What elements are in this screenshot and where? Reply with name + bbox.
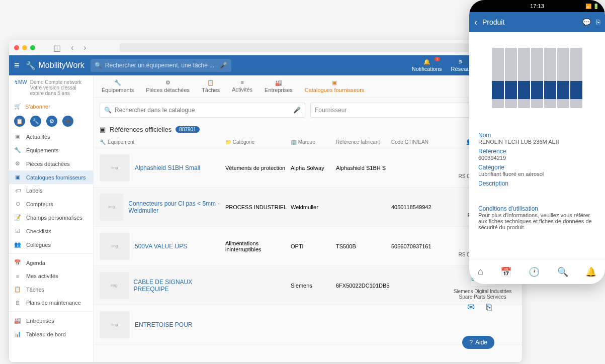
notifications-menu[interactable]: 🔔 1 Notifications xyxy=(412,59,442,72)
help-button[interactable]: ? Aide xyxy=(462,336,494,349)
table-row[interactable]: imgAlphashield S1BH Small Vêtements de p… xyxy=(94,148,522,188)
nav-forward-icon[interactable]: › xyxy=(83,43,86,53)
sidebar-item-fields[interactable]: 📝Champs personnalisés xyxy=(9,211,93,224)
sidebar-item-plans[interactable]: 🗓Plans de maintenance xyxy=(9,296,93,309)
dashboard-icon: 📊 xyxy=(14,331,21,337)
sidebar-item-companies[interactable]: 🏭Entreprises xyxy=(9,314,93,327)
product-image xyxy=(472,35,602,121)
section-title: ▣ Références officielles 887901 xyxy=(94,123,522,136)
tab-tasks[interactable]: 📋Tâches xyxy=(202,79,220,93)
search-input[interactable] xyxy=(105,62,217,69)
quick-bubble-1[interactable]: 📋 xyxy=(14,116,25,127)
table-row[interactable]: imgCABLE DE SIGNAUX PREEQUIPE Siemens 6F… xyxy=(94,266,522,305)
address-bar[interactable] xyxy=(120,43,487,52)
floating-actions: ✉ ⎘ xyxy=(464,301,495,314)
bell-icon[interactable]: 🔔 xyxy=(585,266,596,278)
search-icon[interactable]: 🔍 xyxy=(557,266,568,278)
eq-col-icon: 🔧 xyxy=(100,139,106,145)
calendar-icon[interactable]: 📅 xyxy=(500,266,511,278)
news-icon: ▣ xyxy=(14,133,21,140)
parts-tab-icon: ⚙ xyxy=(165,79,170,86)
copy-icon[interactable]: ⎘ xyxy=(482,301,495,314)
main-search[interactable]: 🔍 🎤 xyxy=(91,59,231,72)
help-icon: ? xyxy=(469,339,473,346)
minimize-window-icon[interactable] xyxy=(22,45,27,50)
desktop-app-window: ◫ ‹ › ≡ 🔧 MobilityWork 🔍 🎤 🔔 1 Notificat… xyxy=(9,40,522,362)
menu-icon[interactable]: ≡ xyxy=(14,60,20,71)
mobile-title: Produit xyxy=(482,18,577,26)
sidebar-item-dashboard[interactable]: 📊Tableau de bord xyxy=(9,327,93,341)
tab-catalogs[interactable]: ▣Catalogues fournisseurs xyxy=(305,79,365,93)
tab-parts[interactable]: ⚙Pièces détachées xyxy=(146,79,190,93)
quick-bubble-3[interactable]: ⚙ xyxy=(46,116,57,127)
network-icon: ⚞ xyxy=(458,59,463,65)
table-row[interactable]: imgConnecteurs pour CI pas < 5mm - Weidm… xyxy=(94,188,522,227)
tasks-tab-icon: 📋 xyxy=(207,79,214,86)
cat-label: Catégorie xyxy=(478,164,596,171)
sidebar-item-news[interactable]: ▣Actualités xyxy=(9,130,93,143)
subscribe-link[interactable]: 🛒 S'abonner xyxy=(9,100,93,113)
sidebar-item-activities[interactable]: ≡Mes activités xyxy=(9,269,93,283)
catalog-search-box[interactable]: 🔍 🎤 xyxy=(100,103,305,118)
table-row[interactable]: img500VA VALUE UPS Alimentations ininter… xyxy=(94,227,522,266)
table-row[interactable]: imgENTRETOISE POUR xyxy=(94,305,522,344)
product-thumb: img xyxy=(100,233,130,260)
sidebar-item-checklists[interactable]: ☑Checklists xyxy=(9,224,93,238)
mic-icon[interactable]: 🎤 xyxy=(220,62,227,69)
product-thumb: img xyxy=(100,194,123,221)
sidebar-item-agenda[interactable]: 📅Agenda xyxy=(9,256,93,269)
counter-icon: ⊙ xyxy=(14,201,21,207)
maximize-window-icon[interactable] xyxy=(30,45,35,50)
network-menu[interactable]: ⚞ Réseau xyxy=(451,59,470,72)
name-label: Nom xyxy=(478,132,596,139)
quick-action-bubbles: 📋 🔧 ⚙ ➕ xyxy=(9,113,93,130)
name-value: RENOLIN TECH LUB 236M AER xyxy=(478,139,596,145)
catalog-search-input[interactable] xyxy=(115,107,290,114)
catalogs-tab-icon: ▣ xyxy=(332,79,337,86)
product-thumb: img xyxy=(100,154,130,181)
product-name[interactable]: Connecteurs pour CI pas < 5mm - Weidmull… xyxy=(128,200,225,214)
product-name[interactable]: Alphashield S1BH Small xyxy=(135,164,200,171)
row-ref: 6FX50022DC101DB5 xyxy=(336,283,391,289)
row-ref: TS500B xyxy=(336,243,391,249)
desc-label: Description xyxy=(478,180,596,187)
product-name[interactable]: CABLE DE SIGNAUX PREEQUIPE xyxy=(134,279,225,293)
close-window-icon[interactable] xyxy=(14,45,19,50)
copy-icon[interactable]: ⎘ xyxy=(596,18,600,26)
sidebar-item-tasks[interactable]: 📋Tâches xyxy=(9,283,93,296)
tab-equipment[interactable]: 🔧Équipements xyxy=(102,79,134,93)
sidebar-item-counters[interactable]: ⊙Compteurs xyxy=(9,197,93,211)
product-name[interactable]: ENTRETOISE POUR xyxy=(135,321,192,328)
sidebar-item-equipment[interactable]: 🔧Équipements xyxy=(9,143,93,157)
quick-bubble-4[interactable]: ➕ xyxy=(62,116,73,127)
back-icon[interactable]: ‹ xyxy=(474,17,477,28)
sidebar-item-labels[interactable]: 🏷Labels xyxy=(9,184,93,197)
sidebar-item-catalogs[interactable]: ▣Catalogues fournisseurs xyxy=(9,170,93,184)
main-tabs: 🔧Équipements ⚙Pièces détachées 📋Tâches ≡… xyxy=(94,75,522,98)
list-icon: ▣ xyxy=(100,126,106,133)
sidebar-item-colleagues[interactable]: 👥Collègues xyxy=(9,238,93,251)
tab-companies[interactable]: 🏭Entreprises xyxy=(265,79,293,93)
home-icon[interactable]: ⌂ xyxy=(478,266,483,277)
product-info-card: Nom RENOLIN TECH LUB 236M AER Référence … xyxy=(472,124,602,194)
notif-badge: 1 xyxy=(435,57,440,61)
row-brand: Alpha Solway xyxy=(291,165,336,171)
chat-icon[interactable]: 💬 xyxy=(582,18,591,26)
mobile-statusbar: 17:13 📶 🔋 xyxy=(469,0,605,12)
nav-back-icon[interactable]: ‹ xyxy=(71,43,73,53)
ref-label: Référence xyxy=(478,148,596,155)
app-logo[interactable]: 🔧 MobilityWork xyxy=(26,61,84,70)
product-name[interactable]: 500VA VALUE UPS xyxy=(135,243,187,250)
sidebar-item-parts[interactable]: ⚙Pièces détachées xyxy=(9,157,93,170)
cat-value: Lubrifiant fluoré en aérosol xyxy=(478,171,596,177)
mic-icon[interactable]: 🎤 xyxy=(293,107,301,114)
tab-activities[interactable]: ≡Activités xyxy=(232,79,252,93)
sidebar-toggle-icon[interactable]: ◫ xyxy=(53,43,61,53)
catalog-icon: ▣ xyxy=(14,174,21,180)
quick-bubble-2[interactable]: 🔧 xyxy=(30,116,41,127)
calendar-icon: 📅 xyxy=(14,259,21,266)
clock-icon[interactable]: 🕐 xyxy=(529,266,540,278)
mail-icon[interactable]: ✉ xyxy=(464,301,477,314)
brand-icon: 🏢 xyxy=(291,139,297,145)
mobile-body[interactable]: Nom RENOLIN TECH LUB 236M AER Référence … xyxy=(469,32,605,259)
